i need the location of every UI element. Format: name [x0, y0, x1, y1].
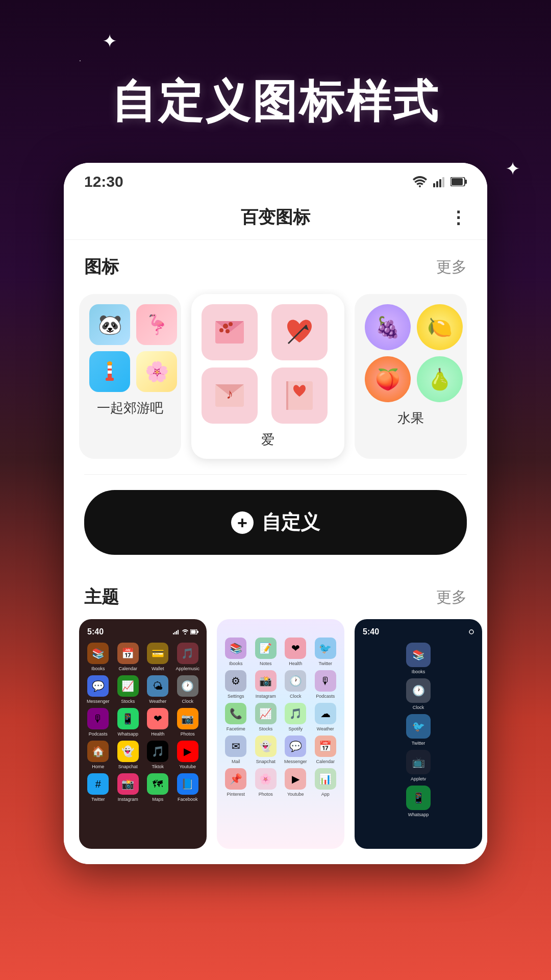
icons-more-button[interactable]: 更多	[436, 257, 467, 278]
svg-rect-2	[436, 181, 438, 187]
plus-icon: +	[231, 511, 254, 534]
themes-section: 主题 更多 5:40	[64, 570, 487, 864]
theme2-app-grid: 📚 Ibooks 📝 Notes ❤ Health 🐦	[223, 638, 338, 797]
theme1-app-snapchat: 👻 Snapchat	[115, 741, 141, 769]
theme2-app-facetime: 📞 Facetime	[223, 703, 249, 731]
theme2-app-stocks: 📈 Stocks	[253, 703, 279, 731]
theme1-app-calendar: 📅 Calendar	[115, 643, 141, 671]
theme3-app-clock: 🕐 Clock	[406, 678, 431, 710]
theme1-app-youtube: ▶ Youtube	[175, 741, 201, 769]
theme2-app-weather: ☁ Weather	[313, 703, 339, 731]
theme2-app-instagram: 📸 Instagram	[253, 670, 279, 699]
svg-rect-26	[173, 633, 174, 634]
theme2-app-snapchat: 👻 Snapchat	[253, 736, 279, 764]
svg-rect-32	[191, 630, 196, 634]
themes-more-button[interactable]: 更多	[436, 587, 467, 608]
theme2-app-youtube: ▶ Youtube	[283, 768, 309, 797]
theme2-app-pinterest: 📌 Pinterest	[223, 768, 249, 797]
theme1-app-health: ❤ Health	[145, 708, 171, 737]
theme1-app-facebook: 📘 Facebook	[175, 773, 201, 802]
theme1-status	[173, 629, 198, 634]
themes-header: 主题 更多	[64, 570, 487, 619]
svg-point-17	[219, 328, 223, 332]
icon-pack-love[interactable]: ♪ 爱	[191, 294, 344, 459]
theme3-status	[469, 629, 474, 634]
theme-card-dark[interactable]: 5:40	[79, 619, 207, 849]
svg-rect-9	[108, 365, 112, 369]
theme2-app-notes: 📝 Notes	[253, 638, 279, 666]
theme1-app-applemusic: 🎵 Applemusic	[175, 643, 201, 671]
theme2-app-extra: 📊 App	[313, 768, 339, 797]
svg-rect-3	[439, 179, 441, 187]
svg-rect-29	[178, 630, 179, 634]
status-time: 12:30	[84, 173, 123, 190]
outing-icons-grid: 🐼 🦩 🌸	[89, 304, 171, 392]
theme2-app-messenger: 💬 Messenger	[283, 736, 309, 764]
more-menu-button[interactable]: ⋮	[449, 207, 467, 228]
customize-label: 自定义	[262, 509, 320, 535]
love-icon-3: ♪	[202, 368, 258, 424]
svg-rect-1	[433, 183, 435, 187]
theme1-app-clock: 🕐 Clock	[175, 675, 201, 704]
icon-packs-container: 🐼 🦩 🌸 一起郊游吧	[64, 289, 487, 474]
app-title: 百变图标	[241, 206, 310, 229]
fruit-icon-pear: 🍐	[417, 356, 463, 402]
svg-rect-28	[176, 631, 177, 634]
theme3-app-twitter: 🐦 Twitter	[406, 714, 431, 746]
main-heading: 自定义图标样式	[0, 71, 551, 132]
theme-card-dark-blue[interactable]: 5:40 📚 Ibooks	[355, 619, 482, 849]
theme2-app-health: ❤ Health	[283, 638, 309, 666]
theme1-app-podcasts: 🎙 Podcasts	[85, 708, 111, 737]
outing-icon-panda: 🐼	[89, 304, 130, 345]
fruit-icon-grape: 🍇	[365, 304, 411, 350]
theme1-app-maps: 🗺 Maps	[145, 773, 171, 802]
phone-mockup: 12:30 百变图标 ⋮ 图标	[64, 163, 487, 864]
theme1-app-weather: 🌤 Weather	[145, 675, 171, 704]
app-header: 百变图标 ⋮	[64, 195, 487, 240]
outing-icon-lighthouse	[89, 351, 130, 392]
status-bar: 12:30	[64, 163, 487, 195]
theme3-app-whatsapp: 📱 Whatsapp	[406, 786, 431, 817]
theme2-app-clock: 🕐 Clock	[283, 670, 309, 699]
theme3-app-appletv: 📺 Appletv	[406, 750, 431, 781]
outing-icon-flowers: 🌸	[136, 351, 177, 392]
theme-cards-container: 5:40	[64, 619, 487, 849]
icons-section-header: 图标 更多	[64, 240, 487, 289]
theme1-app-twitter: # Twitter	[85, 773, 111, 802]
theme2-app-ibooks: 📚 Ibooks	[223, 638, 249, 666]
theme2-app-mail: ✉ Mail	[223, 736, 249, 764]
svg-point-0	[419, 185, 421, 187]
svg-text:♪: ♪	[226, 386, 233, 402]
svg-rect-33	[197, 631, 198, 633]
svg-rect-27	[174, 632, 176, 634]
theme1-time: 5:40	[87, 627, 104, 636]
svg-rect-6	[452, 178, 463, 185]
theme1-app-photos: 📷 Photos	[175, 708, 201, 737]
svg-point-30	[185, 633, 186, 635]
theme1-app-tiktok: 🎵 Tiktok	[145, 741, 171, 769]
icon-pack-outing[interactable]: 🐼 🦩 🌸 一起郊游吧	[79, 294, 181, 459]
svg-rect-10	[108, 371, 112, 374]
theme1-app-whatsapp: 📱 Whatsapp	[115, 708, 141, 737]
theme2-app-twitter: 🐦 Twitter	[313, 638, 339, 666]
theme2-app-calendar: 📅 Calendar	[313, 736, 339, 764]
theme3-app-ibooks: 📚 Ibooks	[406, 643, 431, 674]
svg-rect-4	[442, 177, 444, 187]
svg-point-12	[107, 361, 112, 365]
fruit-pack-name: 水果	[365, 409, 457, 427]
icon-pack-fruit[interactable]: 🍇 🍋 🍑 🍐 水果	[355, 294, 467, 459]
themes-section-title: 主题	[84, 585, 119, 609]
theme3-time: 5:40	[363, 627, 379, 636]
theme2-app-settings: ⚙ Settings	[223, 670, 249, 699]
fruit-icons-grid: 🍇 🍋 🍑 🍐	[365, 304, 457, 402]
theme-card-pastel[interactable]: 📚 Ibooks 📝 Notes ❤ Health 🐦	[217, 619, 344, 849]
theme1-app-wallet: 💳 Wallet	[145, 643, 171, 671]
outing-pack-name: 一起郊游吧	[89, 399, 171, 417]
wifi-icon	[413, 176, 427, 187]
theme1-app-home: 🏠 Home	[85, 741, 111, 769]
theme2-app-photos: 🌸 Photos	[253, 768, 279, 797]
theme2-app-podcasts: 🎙 Podcasts	[313, 670, 339, 699]
svg-point-18	[226, 329, 230, 333]
customize-button[interactable]: + 自定义	[84, 490, 467, 555]
status-icons	[413, 176, 467, 187]
